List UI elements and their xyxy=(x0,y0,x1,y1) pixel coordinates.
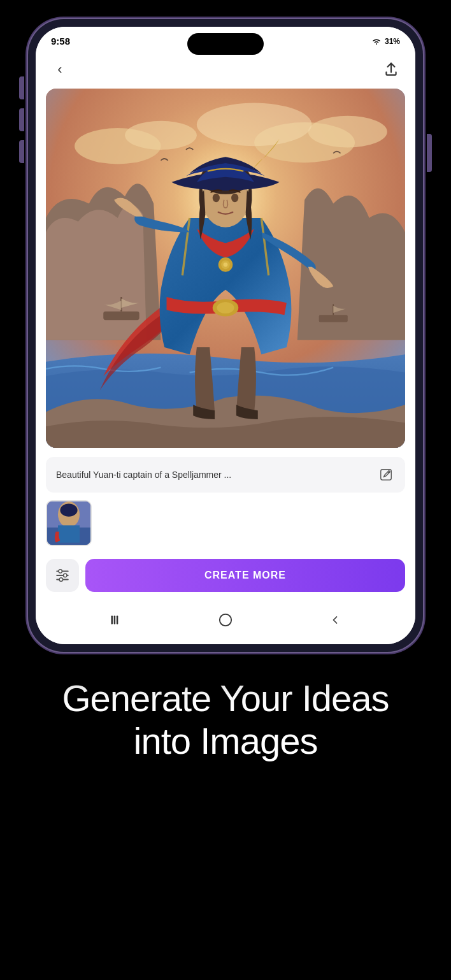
svg-rect-7 xyxy=(103,312,139,321)
status-bar: 9:58 31% xyxy=(36,27,415,52)
svg-rect-32 xyxy=(117,616,118,624)
main-image xyxy=(46,89,405,448)
settings-sliders-icon xyxy=(54,567,71,584)
svg-point-13 xyxy=(213,194,220,203)
share-button[interactable] xyxy=(380,58,403,81)
dynamic-island xyxy=(187,33,264,55)
thumbnail-item[interactable] xyxy=(46,500,92,546)
svg-point-3 xyxy=(125,121,197,150)
nav-recents-button[interactable] xyxy=(104,609,127,631)
status-time: 9:58 xyxy=(51,36,70,47)
prompt-text: Beautiful Yuan-ti captain of a Spelljamm… xyxy=(56,469,371,480)
create-more-label: CREATE MORE xyxy=(204,570,286,581)
nav-home-button[interactable] xyxy=(214,609,237,631)
nav-home-icon xyxy=(218,613,233,627)
wifi-icon xyxy=(371,38,382,45)
thumbnail-preview xyxy=(47,501,90,545)
svg-point-27 xyxy=(64,573,67,577)
nav-back-button[interactable] xyxy=(324,609,347,631)
pirate-scene xyxy=(46,89,405,448)
bottom-bar: CREATE MORE xyxy=(36,554,415,602)
svg-rect-22 xyxy=(58,525,80,542)
svg-point-17 xyxy=(224,263,228,267)
nav-bar xyxy=(36,602,415,644)
svg-point-29 xyxy=(59,578,62,581)
tagline-section: Generate Your Ideas into Images xyxy=(0,652,451,788)
svg-rect-31 xyxy=(114,616,116,624)
svg-point-23 xyxy=(60,503,77,516)
svg-rect-30 xyxy=(111,616,113,624)
svg-rect-33 xyxy=(220,614,231,626)
battery-text: 31% xyxy=(385,37,400,46)
svg-point-25 xyxy=(59,570,62,573)
tagline-line2: into Images xyxy=(13,720,438,763)
settings-button[interactable] xyxy=(46,559,79,592)
back-chevron-icon: ‹ xyxy=(57,61,62,78)
phone-screen: 9:58 31% ‹ xyxy=(36,27,415,644)
svg-point-6 xyxy=(197,103,311,147)
share-icon xyxy=(383,61,399,78)
svg-point-10 xyxy=(217,302,234,313)
svg-point-14 xyxy=(231,194,238,203)
back-button[interactable]: ‹ xyxy=(48,58,71,81)
svg-rect-8 xyxy=(319,315,348,322)
tagline-line1: Generate Your Ideas xyxy=(13,677,438,720)
status-icons: 31% xyxy=(371,37,400,46)
edit-prompt-button[interactable] xyxy=(377,466,395,484)
phone-shell: 9:58 31% ‹ xyxy=(28,19,423,652)
nav-back-icon xyxy=(329,614,341,626)
svg-point-5 xyxy=(308,116,387,148)
nav-recents-icon xyxy=(110,614,122,626)
app-header: ‹ xyxy=(36,52,415,89)
edit-icon xyxy=(379,468,393,482)
thumbnail-strip xyxy=(36,500,415,554)
pirate-illustration xyxy=(46,89,405,448)
prompt-bar: Beautiful Yuan-ti captain of a Spelljamm… xyxy=(46,457,405,493)
create-more-button[interactable]: CREATE MORE xyxy=(85,559,405,592)
